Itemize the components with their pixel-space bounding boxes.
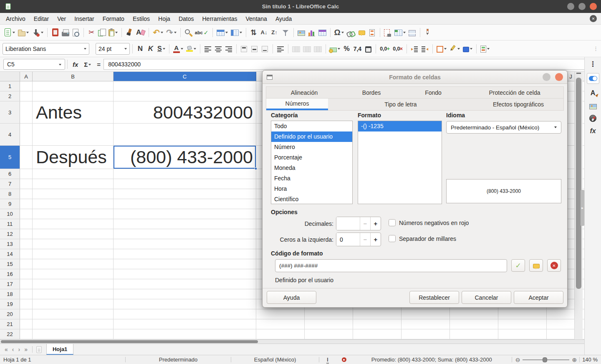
toolbar-overflow-button[interactable]: ⋮ bbox=[593, 46, 598, 52]
cell[interactable] bbox=[33, 269, 114, 279]
autofilter-button[interactable] bbox=[280, 27, 291, 38]
row-header-17[interactable]: 17 bbox=[0, 279, 20, 289]
conditional-formatting-dropdown[interactable] bbox=[487, 48, 490, 51]
cell[interactable] bbox=[20, 259, 33, 269]
cell[interactable] bbox=[33, 229, 114, 239]
cell[interactable] bbox=[20, 189, 33, 199]
font-size-dropdown[interactable] bbox=[124, 48, 127, 51]
cell[interactable] bbox=[114, 269, 256, 279]
cell-a3[interactable] bbox=[20, 101, 33, 123]
confirm-format-button[interactable]: ✓ bbox=[511, 259, 525, 272]
cell[interactable] bbox=[33, 299, 114, 309]
insert-hyperlink-button[interactable] bbox=[346, 27, 356, 38]
spelling-button[interactable]: abc✓ bbox=[194, 27, 210, 38]
paste-dropdown[interactable] bbox=[115, 32, 118, 35]
split-window-button[interactable] bbox=[407, 27, 417, 38]
horizontal-scrollbar-thumb[interactable] bbox=[1, 340, 258, 343]
sort-descending-button[interactable]: Z↑ bbox=[270, 27, 280, 38]
cell[interactable] bbox=[33, 319, 114, 329]
borders-dropdown[interactable] bbox=[444, 48, 447, 51]
italic-button[interactable]: K bbox=[146, 43, 156, 55]
cell[interactable] bbox=[20, 299, 33, 309]
cell-b3[interactable]: Antes bbox=[33, 101, 114, 123]
cell-b1[interactable] bbox=[33, 81, 114, 91]
all-sheets-menu-icon[interactable] bbox=[36, 346, 42, 353]
copy-button[interactable] bbox=[97, 27, 107, 38]
cell[interactable] bbox=[20, 219, 33, 229]
redo-dropdown[interactable] bbox=[174, 32, 177, 35]
delete-format-button[interactable]: ✕ bbox=[547, 259, 561, 272]
align-top-button[interactable] bbox=[239, 43, 249, 55]
underline-button[interactable]: S bbox=[156, 43, 167, 55]
row-header-22[interactable]: 22 bbox=[0, 329, 20, 339]
menu-hoja[interactable]: Hoja bbox=[154, 14, 174, 23]
print-area-button[interactable] bbox=[383, 27, 393, 38]
menu-datos[interactable]: Datos bbox=[174, 14, 198, 23]
merge-center-cells-button[interactable] bbox=[291, 43, 301, 55]
dialog-restore-icon[interactable] bbox=[267, 75, 273, 80]
cell[interactable] bbox=[114, 209, 256, 219]
tab-bordes[interactable]: Bordes bbox=[342, 87, 401, 98]
font-size-combo[interactable]: 24 pt bbox=[96, 43, 130, 55]
cell[interactable] bbox=[114, 229, 256, 239]
cell-c5-selected[interactable]: (800) 433-2000 bbox=[114, 146, 256, 169]
grid-cells[interactable] bbox=[256, 309, 601, 319]
cut-button[interactable]: ✂ bbox=[86, 27, 96, 38]
font-name-dropdown[interactable] bbox=[84, 48, 86, 51]
percent-format-button[interactable]: % bbox=[342, 43, 352, 55]
row-header-8[interactable]: 8 bbox=[0, 189, 20, 199]
insert-chart-button[interactable] bbox=[307, 27, 317, 38]
sidebar-settings-button[interactable]: ⋮ bbox=[589, 61, 596, 68]
font-color-button[interactable]: A bbox=[172, 43, 184, 55]
negative-red-option[interactable]: Números negativos en rojo bbox=[389, 219, 469, 226]
insert-pivot-table-button[interactable] bbox=[317, 27, 328, 38]
name-box-dropdown[interactable] bbox=[59, 64, 61, 67]
sort-ascending-button[interactable]: A↓ bbox=[259, 27, 269, 38]
insert-comment-button[interactable] bbox=[357, 27, 367, 38]
cell[interactable] bbox=[33, 289, 114, 299]
delete-decimal-button[interactable]: 0,0× bbox=[391, 43, 404, 55]
cell[interactable] bbox=[114, 279, 256, 289]
undo-dropdown[interactable] bbox=[161, 32, 163, 35]
row-header-12[interactable]: 12 bbox=[0, 229, 20, 239]
cell[interactable] bbox=[33, 199, 114, 209]
reset-button[interactable]: Restablecer bbox=[409, 291, 459, 304]
cell-c3[interactable]: 8004332000 bbox=[114, 101, 256, 123]
row-header-10[interactable]: 10 bbox=[0, 209, 20, 219]
tab-efectos-tipograficos[interactable]: Efectos tipográficos bbox=[473, 99, 563, 110]
cell[interactable] bbox=[20, 279, 33, 289]
cell[interactable] bbox=[114, 249, 256, 259]
zoom-level[interactable]: 140 % bbox=[582, 356, 601, 363]
row-header-4[interactable]: 4 bbox=[0, 124, 20, 145]
category-item-porcentaje[interactable]: Porcentaje bbox=[271, 152, 352, 163]
select-all-corner[interactable] bbox=[0, 72, 20, 81]
cell-a4[interactable] bbox=[20, 124, 33, 145]
cell[interactable] bbox=[20, 329, 33, 339]
zoom-slider-thumb[interactable] bbox=[543, 357, 547, 362]
dialog-minimize-button[interactable] bbox=[543, 73, 550, 81]
menu-ventana[interactable]: Ventana bbox=[242, 14, 271, 23]
wrap-text-button[interactable] bbox=[275, 43, 285, 55]
cell[interactable] bbox=[33, 179, 114, 189]
row-header-21[interactable]: 21 bbox=[0, 319, 20, 329]
cell[interactable] bbox=[114, 319, 256, 329]
print-preview-button[interactable] bbox=[71, 27, 81, 38]
cell[interactable] bbox=[114, 259, 256, 269]
clone-formatting-button[interactable] bbox=[124, 27, 134, 38]
zoom-in-button[interactable]: ⊕ bbox=[572, 356, 577, 363]
cell-c1[interactable] bbox=[114, 81, 256, 91]
special-character-button[interactable]: Ω bbox=[333, 27, 345, 38]
print-button[interactable] bbox=[61, 27, 71, 38]
headers-footers-button[interactable] bbox=[367, 27, 377, 38]
insert-columns-button[interactable] bbox=[230, 27, 243, 38]
row-header-20[interactable]: 20 bbox=[0, 309, 20, 319]
cell[interactable] bbox=[114, 289, 256, 299]
tab-alineacion[interactable]: Alineación bbox=[266, 87, 342, 98]
cell[interactable] bbox=[20, 239, 33, 249]
conditional-formatting-button[interactable] bbox=[479, 43, 491, 55]
cell[interactable] bbox=[33, 209, 114, 219]
maximize-button[interactable] bbox=[578, 3, 586, 10]
sort-button[interactable]: ⇅ bbox=[249, 27, 259, 38]
sidebar-collapse-button[interactable]: ▸ bbox=[581, 190, 584, 226]
cell[interactable] bbox=[33, 279, 114, 289]
